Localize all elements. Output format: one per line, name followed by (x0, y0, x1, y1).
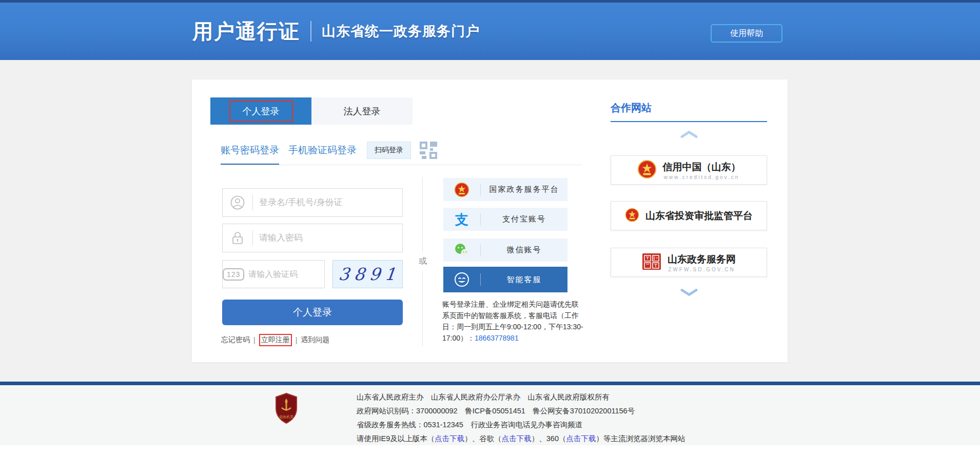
wechat-login-button[interactable]: 微信账号 (443, 239, 567, 262)
partners-title: 合作网站 (611, 101, 652, 115)
partner-credit-china[interactable]: 信用中国（山东） www.creditsd.gov.cn (611, 155, 767, 185)
partner-url: ZWFW.SD.GOV.CN (668, 267, 735, 272)
footer-line-browser: 请使用IE9及以上版本（点击下载）、谷歌（点击下载）、360（点击下载）等主流浏… (357, 432, 685, 446)
download-chrome-link[interactable]: 点击下载 (502, 434, 532, 443)
personal-login-button[interactable]: 个人登录 (222, 300, 403, 325)
tp-label: 智能客服 (481, 275, 567, 285)
partner-name: 山东政务服务网 (668, 253, 736, 266)
partner-name: 山东省投资审批监管平台 (645, 209, 753, 223)
footer-top-bar (0, 382, 980, 385)
page-title: 用户通行证 (192, 17, 300, 46)
footer-text: 请使用IE9及以上版本（ (357, 434, 435, 443)
national-emblem-icon (625, 208, 639, 224)
page-header: 用户通行证 山东省统一政务服务门户 使用帮助 (0, 3, 980, 60)
partner-url: www.creditsd.gov.cn (664, 174, 739, 180)
service-phone-link[interactable]: 18663778981 (475, 334, 519, 342)
footer-line-sponsor: 山东省人民政府主办 山东省人民政府办公厅承办 山东省人民政府版权所有 (357, 390, 685, 404)
tp-label: 国家政务服务平台 (481, 185, 567, 194)
title-divider (310, 21, 311, 42)
register-now-link[interactable]: 立即注册 (259, 334, 292, 346)
login-tabs: 个人登录 法人登录 (210, 97, 413, 125)
wechat-icon (443, 243, 480, 257)
footer-text: ）、360（ (532, 434, 566, 443)
username-field (222, 188, 403, 217)
partner-text: 山东省投资审批监管平台 (645, 209, 753, 223)
footer-text-block: 山东省人民政府主办 山东省人民政府办公厅承办 山东省人民政府版权所有 政府网站识… (357, 390, 685, 446)
help-button[interactable]: 使用帮助 (711, 24, 782, 43)
method-qr-scan[interactable]: 扫码登录 (367, 142, 411, 159)
footer-text: ）、谷歌（ (464, 434, 502, 443)
username-input[interactable] (253, 189, 402, 216)
svg-text:党政机关: 党政机关 (279, 414, 293, 419)
page-subtitle: 山东省统一政务服务门户 (322, 22, 480, 41)
or-label: 或 (415, 252, 430, 271)
smart-customer-service-button[interactable]: 智能客服 (443, 267, 567, 292)
password-field (222, 224, 403, 252)
partner-name: 信用中国（山东） (663, 161, 741, 174)
password-input[interactable] (253, 224, 402, 252)
partner-text: 山东政务服务网 ZWFW.SD.GOV.CN (668, 253, 736, 272)
partners-title-underline (611, 121, 767, 122)
red-seal-icon (642, 253, 661, 272)
national-platform-login-button[interactable]: 国家政务服务平台 (443, 178, 567, 201)
link-separator: | (296, 336, 298, 344)
forgot-password-link[interactable]: 忘记密码 (221, 335, 250, 345)
lock-icon (223, 231, 252, 245)
tab-corporate-login[interactable]: 法人登录 (311, 97, 413, 125)
problem-link[interactable]: 遇到问题 (301, 335, 329, 345)
login-helper-links: 忘记密码 | 立即注册 | 遇到问题 (221, 334, 329, 346)
captcha-image[interactable]: 3891 (332, 260, 403, 288)
customer-service-notice: 账号登录注册、企业绑定相关问题请优先联系页面中的智能客服系统，客服电话（工作日：… (442, 299, 585, 344)
partner-text: 信用中国（山东） www.creditsd.gov.cn (663, 161, 741, 180)
method-account-password[interactable]: 账号密码登录 (221, 144, 279, 165)
national-emblem-icon (637, 160, 657, 181)
main-area: 个人登录 法人登录 账号密码登录 手机验证码登录 扫码登录 (0, 60, 980, 382)
user-icon (223, 195, 252, 210)
customer-service-icon (443, 271, 480, 288)
footer-line-hotline: 省级政务服务热线：0531-12345 行政业务咨询电话见办事咨询频道 (357, 418, 685, 432)
methods-divider-line (221, 165, 582, 165)
captcha-value: 3891 (334, 264, 401, 284)
numbers-123-icon: 123 (223, 268, 244, 281)
link-separator: | (253, 336, 256, 344)
page-footer: 党政机关 山东省人民政府主办 山东省人民政府办公厅承办 山东省人民政府版权所有 … (0, 385, 980, 445)
footer-text: ）等主流浏览器浏览本网站 (596, 434, 685, 443)
partner-shandong-service-site[interactable]: 山东政务服务网 ZWFW.SD.GOV.CN (611, 248, 767, 277)
footer-line-icp: 政府网站识别码：3700000092 鲁ICP备05051451 鲁公网安备37… (357, 404, 685, 418)
captcha-field: 123 (222, 260, 325, 288)
partner-investment-platform[interactable]: 山东省投资审批监管平台 (611, 201, 767, 230)
chevron-up-icon[interactable] (680, 131, 698, 138)
alipay-login-button[interactable]: 支 支付宝账号 (443, 208, 567, 231)
login-methods: 账号密码登录 手机验证码登录 扫码登录 (221, 141, 438, 160)
brand-block: 用户通行证 山东省统一政务服务门户 (192, 3, 480, 60)
partner-sites-panel: 合作网站 信用中国（山东） www.creditsd.gov.cn (611, 80, 767, 362)
download-360-link[interactable]: 点击下载 (566, 434, 596, 443)
tp-label: 微信账号 (481, 245, 567, 255)
download-ie-link[interactable]: 点击下载 (435, 434, 464, 443)
bottom-white-strip (0, 445, 980, 457)
chevron-down-icon[interactable] (680, 289, 698, 296)
tab-personal-login[interactable]: 个人登录 (210, 97, 311, 125)
red-annotation-box: 个人登录 (229, 101, 293, 122)
government-badge-icon: 党政机关 (275, 392, 298, 424)
qr-code-icon[interactable] (419, 141, 438, 160)
national-emblem-icon (443, 182, 480, 197)
method-sms-code[interactable]: 手机验证码登录 (288, 144, 357, 157)
login-card: 个人登录 法人登录 账号密码登录 手机验证码登录 扫码登录 (192, 80, 788, 362)
tp-label: 支付宝账号 (481, 214, 567, 224)
